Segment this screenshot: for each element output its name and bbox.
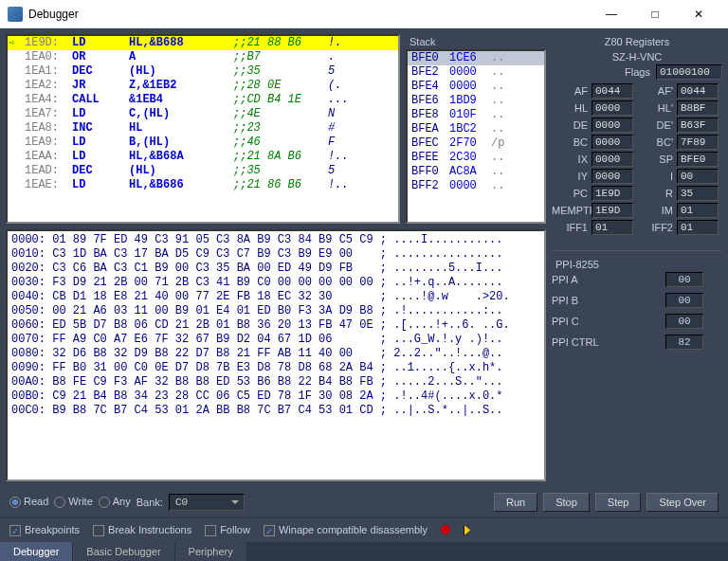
breakpoint-icon [441, 525, 450, 534]
reg-value-hl[interactable]: 0000 [592, 100, 633, 116]
minimize-button[interactable]: ― [590, 0, 633, 28]
disasm-row[interactable]: ➪1E9D:LDHL,&B688;;21 88 B6!. [8, 36, 398, 50]
memory-view[interactable]: 0000: 01 89 7F ED 49 C3 91 05 C3 8A B9 C… [6, 229, 546, 481]
radio-any[interactable]: Any [99, 496, 131, 508]
reg-label-im: IM [637, 205, 673, 216]
check-breakpoints[interactable]: ✓Breakpoints [9, 524, 80, 536]
reg-value-dep[interactable]: B63F [677, 118, 719, 133]
ppi-c-value[interactable]: 00 [665, 314, 703, 329]
tab-debugger[interactable]: Debugger [0, 542, 73, 561]
radio-write[interactable]: Write [54, 496, 92, 508]
ppi-ctrl-value[interactable]: 82 [665, 335, 703, 350]
disasm-row[interactable]: 1EA8:INCHL;;23# [8, 121, 398, 136]
ppi-a-value[interactable]: 00 [665, 272, 703, 287]
radio-read[interactable]: Read [9, 496, 48, 508]
reg-label-iff1: IFF1 [552, 222, 588, 233]
reg-value-iff2[interactable]: 01 [677, 220, 719, 235]
register-grid: AF0044AF'0044HL0000HL'B8BFDE0000DE'B63FB… [552, 83, 722, 235]
stack-row[interactable]: BFE01CE6.. [408, 51, 544, 65]
ppi-b-value[interactable]: 00 [665, 293, 703, 308]
reg-label-iy: IY [552, 171, 588, 182]
reg-value-im[interactable]: 01 [677, 203, 719, 218]
check-winape[interactable]: ✓Winape compatible disassembly [264, 524, 428, 536]
reg-label-r: R [637, 188, 673, 199]
stack-row[interactable]: BFEC2F70/p [408, 136, 544, 151]
reg-value-iy[interactable]: 0000 [592, 169, 633, 184]
run-button[interactable]: Run [494, 493, 537, 512]
bank-select[interactable]: C0 [169, 494, 245, 511]
reg-label-bcp: BC' [637, 136, 673, 148]
disasm-row[interactable]: 1EAA:LDHL,&B68A;;21 8A B6!.. [8, 150, 398, 164]
stack-row[interactable]: BFE20000.. [408, 65, 544, 80]
stack-row[interactable]: BFF0AC8A.. [408, 165, 544, 179]
stack-row[interactable]: BFEA1BC2.. [408, 122, 544, 136]
reg-value-afp[interactable]: 0044 [677, 83, 719, 99]
ppi-b-label: PPI B [552, 295, 609, 306]
app-icon [8, 7, 23, 22]
reg-value-i[interactable]: 00 [677, 169, 719, 184]
reg-label-bc: BC [552, 136, 588, 148]
ppi-c-label: PPI C [552, 316, 609, 327]
check-follow[interactable]: Follow [205, 524, 250, 536]
registers-title: Z80 Registers [552, 34, 722, 49]
stack-row[interactable]: BFE8010F.. [408, 108, 544, 122]
reg-value-ix[interactable]: 0000 [592, 152, 633, 167]
reg-label-i: I [637, 171, 673, 182]
maximize-button[interactable]: □ [633, 0, 677, 28]
reg-label-pc: PC [552, 188, 588, 199]
tab-basic-debugger[interactable]: Basic Debugger [73, 542, 174, 561]
reg-value-pc[interactable]: 1E9D [592, 186, 633, 201]
cursor-icon [464, 524, 473, 535]
stack-row[interactable]: BFE61BD9.. [408, 94, 544, 108]
window-title: Debugger [28, 8, 590, 21]
disasm-row[interactable]: 1EA9:LDB,(HL);;46F [8, 136, 398, 150]
reg-label-memptr: MEMPTR [552, 205, 588, 216]
stack-listing[interactable]: BFE01CE6..BFE20000..BFE40000..BFE61BD9..… [406, 49, 546, 224]
stack-row[interactable]: BFE40000.. [408, 80, 544, 94]
reg-value-bc[interactable]: 0000 [592, 135, 633, 150]
ppi-ctrl-label: PPI CTRL [552, 336, 609, 348]
titlebar: Debugger ― □ ✕ [0, 0, 728, 28]
stepover-button[interactable]: Step Over [646, 493, 719, 512]
reg-label-de: DE [552, 119, 588, 131]
disasm-row[interactable]: 1EAD:DEC(HL);;355 [8, 164, 398, 178]
disasm-row[interactable]: 1EA1:DEC(HL);;355 [8, 64, 398, 79]
reg-value-memptr[interactable]: 1E9D [592, 203, 633, 218]
check-break-instructions[interactable]: Break Instructions [93, 524, 191, 536]
reg-label-af: AF [552, 85, 588, 97]
close-button[interactable]: ✕ [677, 0, 720, 28]
reg-value-r[interactable]: 35 [677, 186, 719, 201]
reg-label-iff2: IFF2 [637, 222, 673, 233]
tab-periphery[interactable]: Periphery [175, 542, 247, 561]
reg-label-sp: SP [637, 154, 673, 165]
ppi-title: PPI-8255 [552, 257, 722, 272]
reg-value-hlp[interactable]: B8BF [677, 100, 719, 116]
step-button[interactable]: Step [595, 493, 642, 512]
reg-label-hlp: HL' [637, 102, 673, 114]
disasm-row[interactable]: 1EA0:ORA;;B7. [8, 50, 398, 64]
reg-value-af[interactable]: 0044 [592, 83, 633, 99]
reg-value-iff1[interactable]: 01 [592, 220, 633, 235]
stack-row[interactable]: BFEE2C30.. [408, 151, 544, 165]
disasm-row[interactable]: 1EA7:LDC,(HL);;4EN [8, 107, 398, 121]
reg-label-hl: HL [552, 102, 588, 114]
disassembly-listing[interactable]: ➪1E9D:LDHL,&B688;;21 88 B6!.1EA0:ORA;;B7… [6, 34, 400, 224]
reg-value-de[interactable]: 0000 [592, 118, 633, 133]
stop-button[interactable]: Stop [543, 493, 590, 512]
flags-label: Flags [625, 66, 650, 78]
reg-value-bcp[interactable]: 7F89 [677, 135, 719, 150]
disasm-row[interactable]: 1EA2:JRZ,&1EB2;;28 0E(. [8, 79, 398, 93]
ppi-a-label: PPI A [552, 274, 609, 285]
stack-title: Stack [406, 34, 546, 49]
reg-label-afp: AF' [637, 85, 673, 97]
flags-value[interactable]: 01000100 [656, 64, 722, 80]
reg-label-ix: IX [552, 154, 588, 165]
disasm-row[interactable]: 1EAE:LDHL,&B686;;21 86 B6!.. [8, 178, 398, 192]
disasm-row[interactable]: 1EA4:CALL&1EB4;;CD B4 1E... [8, 93, 398, 107]
stack-row[interactable]: BFF20000.. [408, 179, 544, 193]
bank-label: Bank: [136, 497, 163, 508]
reg-value-sp[interactable]: BFE0 [677, 152, 719, 167]
reg-label-dep: DE' [637, 119, 673, 131]
flags-title: SZ-H-VNC [552, 49, 722, 64]
